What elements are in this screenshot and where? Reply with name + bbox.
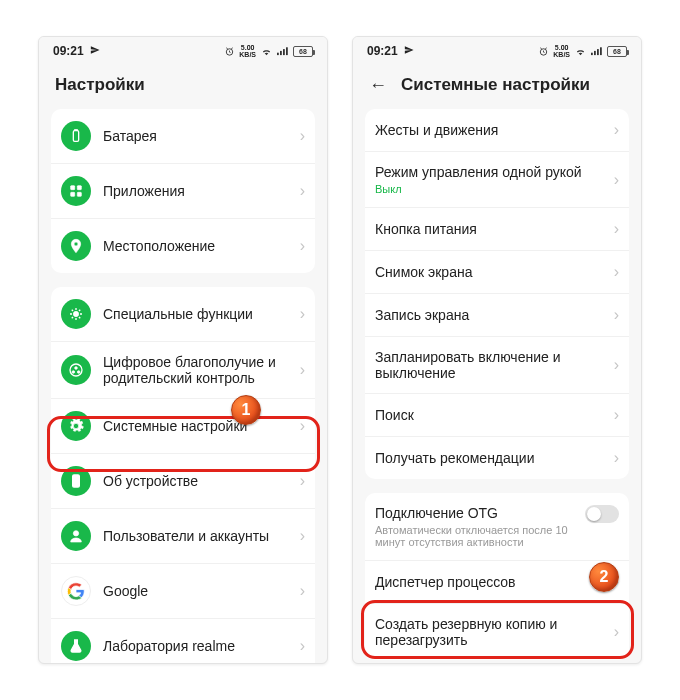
- chevron-right-icon: ›: [300, 182, 305, 200]
- row-location[interactable]: Местоположение ›: [51, 218, 315, 273]
- row-wellbeing[interactable]: Цифровое благополучие и родительский кон…: [51, 341, 315, 398]
- row-label: Получать рекомендации: [375, 450, 606, 466]
- svg-rect-20: [591, 52, 593, 54]
- chevron-right-icon: ›: [614, 263, 619, 281]
- signal-icon: [277, 46, 289, 57]
- row-onehand[interactable]: Режим управления одной рукой Выкл ›: [365, 151, 629, 207]
- phone-right: 09:21 5.00KB/S 68 ← Системные настройки: [352, 36, 642, 664]
- svg-point-12: [70, 364, 82, 376]
- row-label: Цифровое благополучие и родительский кон…: [103, 354, 292, 386]
- row-system-settings[interactable]: Системные настройки ›: [51, 398, 315, 453]
- flask-icon: [61, 631, 91, 661]
- row-backup-reset[interactable]: Создать резервную копию и перезагрузить …: [365, 603, 629, 660]
- chevron-right-icon: ›: [300, 637, 305, 655]
- status-time: 09:21: [53, 44, 84, 58]
- row-realme-lab[interactable]: Лаборатория realme ›: [51, 618, 315, 663]
- svg-rect-6: [75, 129, 78, 130]
- chevron-right-icon: ›: [614, 406, 619, 424]
- svg-rect-3: [283, 49, 285, 55]
- chevron-right-icon: ›: [614, 623, 619, 641]
- users-icon: [61, 521, 91, 551]
- row-label: Местоположение: [103, 238, 292, 254]
- row-label: Диспетчер процессов: [375, 574, 606, 590]
- send-icon: [404, 45, 414, 57]
- row-label: Пользователи и аккаунты: [103, 528, 292, 544]
- row-screenshot[interactable]: Снимок экрана ›: [365, 250, 629, 293]
- row-label: Режим управления одной рукой: [375, 164, 606, 180]
- row-label: Кнопка питания: [375, 221, 606, 237]
- battery-icon: 68: [293, 46, 313, 57]
- system-settings-list[interactable]: Жесты и движения › Режим управления одно…: [353, 109, 641, 663]
- phone-left: 09:21 5.00KB/S 68 Настройки: [38, 36, 328, 664]
- svg-rect-1: [277, 52, 279, 54]
- row-label: Запланировать включение и выключение: [375, 349, 606, 381]
- row-recommendations[interactable]: Получать рекомендации ›: [365, 436, 629, 479]
- row-power-button[interactable]: Кнопка питания ›: [365, 207, 629, 250]
- row-battery[interactable]: Батарея ›: [51, 109, 315, 163]
- wifi-icon: [574, 46, 587, 57]
- row-label: Создать резервную копию и перезагрузить: [375, 616, 606, 648]
- svg-point-15: [77, 371, 80, 374]
- net-speed: 5.00KB/S: [239, 44, 256, 58]
- alarm-icon: [224, 46, 235, 57]
- row-label: Батарея: [103, 128, 292, 144]
- row-process-manager[interactable]: Диспетчер процессов ›: [365, 560, 629, 603]
- back-button[interactable]: ←: [369, 76, 387, 94]
- row-label: Лаборатория realme: [103, 638, 292, 654]
- row-sub: Выкл: [375, 183, 606, 195]
- send-icon: [90, 45, 100, 57]
- row-screen-record[interactable]: Запись экрана ›: [365, 293, 629, 336]
- row-gestures[interactable]: Жесты и движения ›: [365, 109, 629, 151]
- chevron-right-icon: ›: [300, 305, 305, 323]
- otg-toggle[interactable]: [585, 505, 619, 523]
- row-otg[interactable]: Подключение OTG Автоматически отключаетс…: [365, 493, 629, 560]
- status-bar: 09:21 5.00KB/S 68: [353, 37, 641, 65]
- header-right: ← Системные настройки: [353, 65, 641, 109]
- row-users-accounts[interactable]: Пользователи и аккаунты ›: [51, 508, 315, 563]
- row-label: Об устройстве: [103, 473, 292, 489]
- location-icon: [61, 231, 91, 261]
- chevron-right-icon: ›: [614, 356, 619, 374]
- row-label: Приложения: [103, 183, 292, 199]
- row-label: Специальные функции: [103, 306, 292, 322]
- svg-rect-4: [286, 47, 288, 55]
- svg-rect-22: [597, 49, 599, 55]
- apps-icon: [61, 176, 91, 206]
- row-google[interactable]: Google ›: [51, 563, 315, 618]
- wellbeing-icon: [61, 355, 91, 385]
- row-label: Запись экрана: [375, 307, 606, 323]
- chevron-right-icon: ›: [614, 171, 619, 189]
- phone-icon: [61, 466, 91, 496]
- svg-point-18: [73, 531, 78, 536]
- svg-rect-2: [280, 50, 282, 54]
- svg-point-13: [75, 367, 78, 370]
- chevron-right-icon: ›: [300, 417, 305, 435]
- row-apps[interactable]: Приложения ›: [51, 163, 315, 218]
- chevron-right-icon: ›: [300, 527, 305, 545]
- chevron-right-icon: ›: [300, 237, 305, 255]
- wifi-icon: [260, 46, 273, 57]
- net-speed: 5.00KB/S: [553, 44, 570, 58]
- chevron-right-icon: ›: [300, 582, 305, 600]
- chevron-right-icon: ›: [614, 306, 619, 324]
- alarm-icon: [538, 46, 549, 57]
- row-label: Google: [103, 583, 292, 599]
- row-label: Жесты и движения: [375, 122, 606, 138]
- svg-rect-5: [73, 131, 78, 142]
- row-schedule-power[interactable]: Запланировать включение и выключение ›: [365, 336, 629, 393]
- page-title-right: Системные настройки: [401, 75, 590, 95]
- svg-rect-10: [77, 192, 81, 196]
- svg-rect-7: [71, 186, 75, 190]
- chevron-right-icon: ›: [614, 220, 619, 238]
- settings-list[interactable]: Батарея › Приложения › Местоположение ›: [39, 109, 327, 663]
- svg-rect-21: [594, 50, 596, 54]
- chevron-right-icon: ›: [614, 573, 619, 591]
- status-time: 09:21: [367, 44, 398, 58]
- row-search[interactable]: Поиск ›: [365, 393, 629, 436]
- row-label: Поиск: [375, 407, 606, 423]
- row-about-device[interactable]: Об устройстве ›: [51, 453, 315, 508]
- row-special-features[interactable]: Специальные функции ›: [51, 287, 315, 341]
- chevron-right-icon: ›: [614, 121, 619, 139]
- svg-rect-9: [71, 192, 75, 196]
- svg-point-11: [73, 311, 78, 316]
